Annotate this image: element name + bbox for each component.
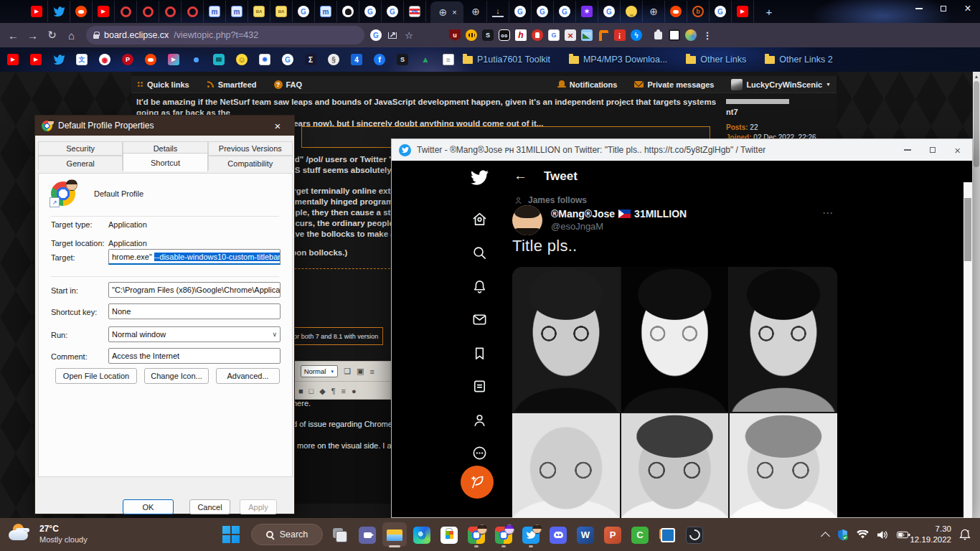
kebab[interactable] <box>702 29 713 41</box>
reddit[interactable] <box>145 54 156 65</box>
tray-overflow-icon[interactable] <box>821 532 830 541</box>
paw[interactable] <box>259 54 270 65</box>
more-icon[interactable] <box>470 443 489 462</box>
tweet-author-name[interactable]: ®Mang®Jose 31MILLION <box>551 208 687 220</box>
apply-button[interactable]: Apply <box>240 499 277 514</box>
maximize-icon[interactable] <box>930 147 936 153</box>
discord[interactable] <box>550 522 567 548</box>
vmware[interactable] <box>659 522 676 548</box>
man-glasses-speaking[interactable] <box>621 413 729 519</box>
woman-glasses-thinking[interactable] <box>730 267 837 412</box>
shortcut-key-input[interactable]: None <box>108 303 281 319</box>
address-bar[interactable]: board.eclipse.cx/viewtopic.php?t=432 <box>86 26 364 44</box>
btv[interactable] <box>687 1 710 22</box>
dialog-title-bar[interactable]: Default Profile Properties × <box>35 116 294 136</box>
camtasia[interactable] <box>631 522 649 548</box>
mirc[interactable] <box>226 1 248 22</box>
google[interactable] <box>554 1 576 22</box>
extbox[interactable] <box>669 29 680 41</box>
smartfeed-link[interactable]: Smartfeed <box>207 80 257 89</box>
tab-compatibility[interactable]: Compatibility <box>208 156 293 170</box>
back-button[interactable]: ← <box>4 29 22 42</box>
ring[interactable] <box>159 1 182 22</box>
style-dropdown[interactable]: Normal▼ <box>301 365 339 377</box>
elderly-bald-man-glasses[interactable] <box>512 413 620 519</box>
image[interactable] <box>581 29 593 41</box>
active-tab[interactable]: × <box>430 1 463 23</box>
mirc[interactable] <box>204 1 226 22</box>
dislike[interactable] <box>614 29 626 41</box>
globe[interactable] <box>643 1 665 22</box>
quick-links[interactable]: Quick links <box>137 80 189 89</box>
sprite[interactable] <box>576 1 598 22</box>
google[interactable] <box>532 1 554 22</box>
google[interactable] <box>710 1 732 22</box>
minimize-button[interactable] <box>907 0 931 17</box>
target-input[interactable]: hrome.exe" --disable-windows10-custom-ti… <box>108 249 281 265</box>
minimize-icon[interactable] <box>904 149 911 151</box>
scrollbar-thumb[interactable] <box>974 81 979 167</box>
tweet-more-icon[interactable]: ⋯ <box>822 207 834 220</box>
tab-shortcut[interactable]: Shortcut <box>123 153 207 171</box>
google[interactable] <box>509 1 532 22</box>
bulb[interactable] <box>621 1 643 22</box>
tab-security[interactable]: Security <box>38 141 123 156</box>
flag[interactable] <box>404 1 426 22</box>
bookmark-folder[interactable]: Other Links 2 <box>765 55 832 65</box>
oo[interactable] <box>499 29 510 41</box>
home-icon[interactable] <box>470 209 489 228</box>
twitter[interactable] <box>48 1 70 22</box>
facebook[interactable] <box>374 54 385 65</box>
twitter-title-bar[interactable]: Twitter - ®Mang®Jose ᴘʜ 31MILLION on Twi… <box>392 139 972 161</box>
obs[interactable] <box>686 522 703 548</box>
bookmark-folder[interactable]: P1utia7601 Toolkit <box>463 55 550 65</box>
sdark[interactable] <box>482 29 494 41</box>
notifications-icon[interactable] <box>470 277 489 296</box>
hletter[interactable] <box>515 29 527 41</box>
play[interactable] <box>168 54 179 65</box>
user-menu[interactable]: LuckyCryWinScenic▼ <box>731 79 831 90</box>
word[interactable] <box>577 522 594 548</box>
tab-general[interactable]: General <box>38 156 123 170</box>
bookmarks-icon[interactable] <box>470 344 489 362</box>
back-button[interactable]: ← <box>514 168 527 184</box>
edge[interactable] <box>413 522 430 548</box>
avatar[interactable] <box>685 29 697 41</box>
man-glasses-suit[interactable] <box>621 267 729 412</box>
scroll-up-icon[interactable]: ▲ <box>973 72 980 80</box>
youtube[interactable] <box>7 54 19 65</box>
star[interactable] <box>403 29 415 41</box>
taskbar-clock[interactable]: 7.30 12.19.2022 <box>903 524 951 545</box>
advanced-button[interactable]: Advanced... <box>216 368 280 384</box>
google[interactable] <box>359 1 382 22</box>
twitter-app[interactable] <box>522 522 540 548</box>
google[interactable] <box>598 1 621 22</box>
smiley[interactable] <box>236 54 248 65</box>
bee[interactable] <box>466 29 477 41</box>
sdark[interactable] <box>397 54 408 65</box>
tweet-author-handle[interactable]: @esoJngaM <box>551 221 603 232</box>
man-glasses-thinking[interactable] <box>512 267 620 412</box>
compose-tweet-button[interactable] <box>461 466 494 499</box>
ublock[interactable] <box>449 29 461 41</box>
open-file-location-button[interactable]: Open File Location <box>55 368 137 384</box>
reload-button[interactable]: ↻ <box>43 29 61 42</box>
run-dropdown[interactable]: Normal window∨ <box>108 326 281 342</box>
tv[interactable] <box>213 54 225 65</box>
browser-scrollbar[interactable]: ▲ <box>973 72 980 518</box>
mirc[interactable] <box>315 1 337 22</box>
close-button[interactable]: × <box>956 0 980 17</box>
elderly-man-glasses-smiling[interactable] <box>730 413 837 519</box>
chat[interactable] <box>359 522 376 548</box>
phone[interactable] <box>598 29 609 41</box>
tab-previous-versions[interactable]: Previous Versions <box>208 141 293 156</box>
explorer[interactable] <box>386 522 403 548</box>
google[interactable] <box>293 1 315 22</box>
globe[interactable] <box>465 1 487 22</box>
xcross[interactable] <box>565 29 576 41</box>
faq-link[interactable]: ?FAQ <box>274 80 303 89</box>
four[interactable] <box>351 54 362 65</box>
powerpoint[interactable] <box>604 522 621 548</box>
scrollbar-thumb[interactable] <box>964 198 971 261</box>
profile-icon[interactable] <box>470 410 489 429</box>
